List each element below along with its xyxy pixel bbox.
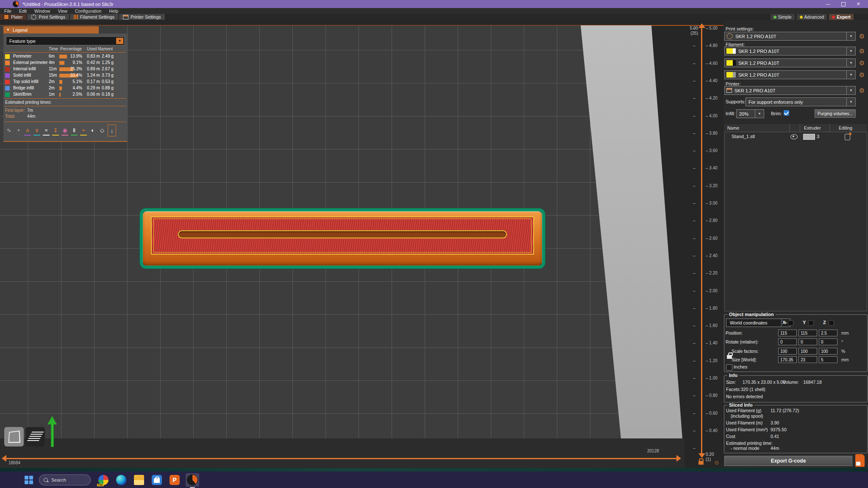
move-slider-right-thumb[interactable] (676, 455, 681, 462)
manip-field-z[interactable]: 100 (819, 348, 837, 355)
mode-simple[interactable]: Simple (771, 14, 795, 20)
printer-select[interactable]: SKR 1.2 PRO A10T▼ (724, 86, 856, 95)
mirror-z-button[interactable] (829, 320, 834, 326)
slider-lock-icon[interactable] (698, 461, 704, 465)
infill-select[interactable]: 20%▼ (736, 109, 764, 118)
custom-gcode-icon[interactable]: + (80, 125, 87, 136)
minimize-button[interactable]: — (826, 0, 830, 8)
shells-icon[interactable]: ◇ (98, 125, 106, 136)
legend-header[interactable]: ▼ Legend (3, 26, 99, 33)
manip-field-x[interactable]: 100 (778, 348, 797, 355)
prusaslicer-icon[interactable] (186, 473, 199, 487)
sliced-value: 0.41 (771, 434, 779, 439)
color-changes-icon[interactable]: ◉ (61, 125, 69, 136)
edit-filament-gear-2[interactable]: ⚙ (858, 59, 865, 67)
manip-field-x[interactable]: 0 (778, 338, 797, 345)
close-button[interactable]: ✕ (857, 0, 860, 8)
layer-slider-upper-thumb[interactable] (698, 23, 705, 28)
menu-item-edit[interactable]: Edit (19, 8, 27, 14)
object-row-extruder: 3 (817, 134, 819, 139)
print-settings-select[interactable]: SKR 1.2 PRO A10T▼ (724, 32, 856, 41)
edit-object-icon[interactable] (845, 134, 850, 140)
axis-header-x: X (782, 320, 785, 325)
manip-field-y[interactable]: 115 (798, 330, 817, 336)
retractions-icon[interactable]: ◔ (14, 125, 22, 136)
move-slider-left-thumb[interactable] (2, 455, 6, 462)
menu-item-view[interactable]: View (58, 8, 67, 14)
filament-color-swatch (726, 60, 736, 66)
file-explorer-icon[interactable] (132, 473, 146, 487)
layer-slider-track[interactable] (701, 28, 702, 453)
layer-slider[interactable]: 5.00 (25) – 5.00– 4.80– 4.60– 4.40– 4.20… (684, 20, 723, 468)
menu-item-window[interactable]: Window (34, 8, 50, 14)
purging-volumes-button[interactable]: Purging volumes... (815, 109, 856, 118)
mirror-x-button[interactable] (788, 320, 793, 326)
unretractions-icon[interactable]: ↧ (52, 125, 59, 136)
coordinates-select[interactable]: World coordinates▼ (726, 319, 790, 327)
brim-checkbox[interactable] (784, 110, 789, 116)
extruder-swatch[interactable] (803, 134, 815, 140)
mode-expert[interactable]: Expert (829, 14, 854, 20)
prusa-gcodeviewer-icon[interactable]: P (168, 473, 181, 487)
tool-marker-icon[interactable]: × (42, 125, 50, 136)
menu-item-file[interactable]: File (4, 8, 11, 14)
preview-badge: PRE (97, 484, 104, 486)
edit-printer-gear[interactable]: ⚙ (858, 87, 865, 94)
tab-printer-settings[interactable]: Printer Settings (119, 14, 165, 20)
layer-slider-lower-thumb[interactable] (698, 453, 705, 458)
microsoft-store-icon[interactable] (150, 473, 164, 487)
export-gcode-button[interactable]: Export G-code (724, 456, 852, 466)
mirror-y-button[interactable] (808, 320, 814, 326)
editor-view-button[interactable] (4, 427, 24, 446)
seams-icon[interactable]: ∧ (24, 125, 31, 136)
move-slider-track[interactable] (6, 458, 677, 459)
sd-card-icon[interactable] (855, 454, 865, 467)
mode-advanced[interactable]: Advanced (797, 14, 827, 20)
taskbar-search[interactable]: Search (39, 474, 91, 485)
legend-toggle-icon[interactable]: ◐ (89, 125, 97, 136)
travel-icon[interactable]: ∿ (5, 125, 13, 136)
manip-field-z[interactable]: 0 (819, 338, 837, 345)
edit-filament-gear-1[interactable]: ⚙ (858, 47, 865, 55)
pause-print-icon[interactable]: Ⅱ (70, 125, 78, 136)
tab-label: Print Settings (39, 14, 65, 19)
tab-print-settings[interactable]: Print Settings (27, 14, 69, 20)
tab-plater[interactable]: Plater (0, 14, 26, 20)
manip-field-y[interactable]: 100 (798, 348, 817, 355)
manip-field-x[interactable]: 170.35 (778, 356, 797, 363)
manip-field-x[interactable]: 115 (778, 330, 797, 336)
scale-lock-icon[interactable] (727, 355, 732, 359)
feature-color-chip (5, 67, 10, 72)
object-list[interactable] (724, 124, 867, 311)
filament-value: SKR 1.2 PRO A10T (738, 49, 846, 54)
deretractions-icon[interactable]: ∨ (33, 125, 41, 136)
eye-icon[interactable] (790, 134, 798, 139)
slider-gear-icon[interactable]: ⚙ (714, 460, 719, 466)
filament-select-2[interactable]: SKR 1.2 PRO A10T▼ (724, 58, 856, 67)
chevron-down-icon: ▼ (846, 59, 855, 67)
edit-filament-gear-3[interactable]: ⚙ (858, 71, 865, 78)
manip-field-z[interactable]: 2.5 (819, 330, 837, 336)
preview-view-button[interactable] (25, 427, 45, 446)
manip-field-z[interactable]: 5 (819, 356, 837, 363)
supports-select[interactable]: For support enforcers only▼ (746, 97, 856, 106)
manip-field-y[interactable]: 23 (798, 356, 817, 363)
edge-icon[interactable] (114, 473, 128, 487)
sliced-label: Used Filament (mm³) (726, 427, 768, 432)
filament-select-1[interactable]: SKR 1.2 PRO A10T▼ (724, 47, 856, 55)
object-row-name[interactable]: Stand_1.stl (732, 134, 755, 139)
start-button[interactable] (25, 476, 33, 484)
paint-preview-icon[interactable]: PRE (97, 473, 110, 487)
maximize-button[interactable] (841, 2, 846, 6)
inches-checkbox[interactable] (726, 364, 732, 371)
manip-field-y[interactable]: 0 (798, 338, 817, 345)
3d-viewport[interactable]: ▼ Legend Feature type ▼ Time Percentage … (0, 20, 723, 468)
edit-print-settings-gear[interactable]: ⚙ (858, 33, 865, 40)
travel-toggle-icon[interactable]: ↓ (108, 125, 116, 136)
sliced-object[interactable] (140, 208, 545, 269)
menu-item-help[interactable]: Help (109, 8, 118, 14)
view-type-select[interactable]: Feature type ▼ (6, 36, 125, 45)
filament-select-3[interactable]: SKR 1.2 PRO A10T▼ (724, 70, 856, 79)
tab-filament-settings[interactable]: Filament Settings (70, 14, 118, 20)
menu-item-configuration[interactable]: Configuration (75, 8, 101, 14)
